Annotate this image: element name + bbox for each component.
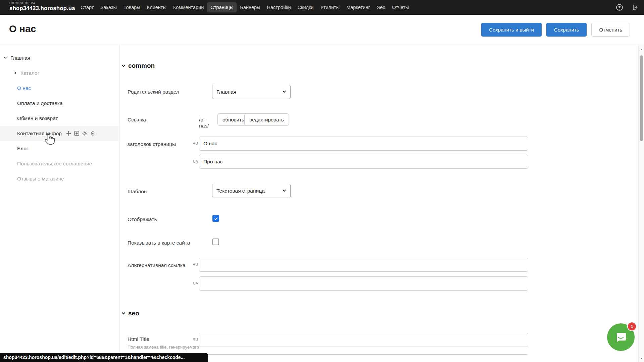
menu-item-seo[interactable]: Seo <box>374 2 389 12</box>
chevron-down-icon <box>282 89 286 95</box>
sitemap-label: Показывать в карте сайта <box>128 240 190 246</box>
page-edit-form: common Родительский раздел Главная Ссылк… <box>119 45 638 362</box>
tree-item-label: Контактная инфор <box>17 131 62 137</box>
scrollbar-thumb[interactable] <box>640 55 643 141</box>
html-title-ru-input[interactable] <box>199 333 528 347</box>
menu-item-banners[interactable]: Баннеры <box>237 2 263 12</box>
shop-domain-label: shop34423.horoshop.ua <box>9 5 75 12</box>
tree-item-polzovatelskoe-soglashenie[interactable]: Пользовательское соглашение <box>0 156 119 171</box>
section-common-label: common <box>128 62 155 69</box>
section-common-header[interactable]: common <box>121 62 155 69</box>
menu-item-settings[interactable]: Настройки <box>263 2 294 12</box>
account-icon[interactable] <box>616 4 623 11</box>
save-and-exit-button[interactable]: Сохранить и выйти <box>481 23 542 37</box>
chevron-down-icon <box>121 64 126 68</box>
shop-logo[interactable]: HOROSHOP V4 shop34423.horoshop.ua <box>9 1 75 12</box>
lang-badge-ua: UA <box>191 159 198 163</box>
lang-badge-ru: RU <box>191 141 198 145</box>
pages-tree-sidebar: Главная Каталог О нас Оплата и доставка … <box>0 45 119 362</box>
section-seo-label: seo <box>128 310 139 317</box>
tree-item-label: Отзывы о магазине <box>17 176 64 182</box>
top-navbar: HOROSHOP V4 shop34423.horoshop.ua Старт … <box>0 0 644 15</box>
navbar-right-icons <box>616 0 639 15</box>
template-label: Шаблон <box>128 189 147 195</box>
tree-item-label: Обмен и возврат <box>17 115 58 121</box>
menu-item-start[interactable]: Старт <box>77 2 97 12</box>
tree-item-glavnaya[interactable]: Главная <box>0 50 119 65</box>
chevron-down-icon <box>282 188 286 194</box>
scroll-up-arrow[interactable]: ▲ <box>639 47 644 52</box>
menu-item-discounts[interactable]: Скидки <box>294 2 317 12</box>
menu-item-pages[interactable]: Страницы <box>207 2 237 12</box>
menu-item-utilities[interactable]: Утилиты <box>317 2 343 12</box>
link-edit-button[interactable]: редактировать <box>244 113 289 126</box>
menu-item-reports[interactable]: Отчеты <box>389 2 412 12</box>
display-checkbox[interactable] <box>212 215 219 222</box>
delete-icon[interactable] <box>90 131 96 136</box>
page-title-ua-input[interactable] <box>199 155 528 169</box>
html-title-ua-input[interactable] <box>199 354 528 362</box>
horoshop-admin-screen: HOROSHOP V4 shop34423.horoshop.ua Старт … <box>0 0 644 362</box>
header-buttons: Сохранить и выйти Сохранить Отменить <box>481 23 630 37</box>
html-title-sublabel: Полная замена title, генерируемого <box>128 345 199 350</box>
section-seo-header[interactable]: seo <box>121 310 139 317</box>
chevron-down-icon <box>121 311 126 315</box>
tree-item-label: О нас <box>17 85 31 91</box>
alt-link-ua-input[interactable] <box>199 276 528 291</box>
link-preview-statusbar: shop34423.horoshop.ua/edit/edit.php?id=6… <box>0 353 208 362</box>
save-button[interactable]: Сохранить <box>546 23 587 37</box>
tree-item-actions <box>66 131 96 136</box>
parent-section-select[interactable]: Главная <box>212 85 291 99</box>
menu-item-orders[interactable]: Заказы <box>97 2 120 12</box>
menu-item-products[interactable]: Товары <box>120 2 144 12</box>
alt-link-ru-input[interactable] <box>199 258 528 272</box>
move-icon[interactable] <box>66 131 71 136</box>
add-icon[interactable] <box>74 131 80 136</box>
parent-section-value: Главная <box>216 89 236 95</box>
tree-item-kontaktnaya-infor[interactable]: Контактная инфор <box>0 126 119 141</box>
tree-item-katalog[interactable]: Каталог <box>0 65 119 81</box>
chevron-down-icon[interactable] <box>3 56 7 60</box>
tree-item-label: Пользовательское соглашение <box>17 161 92 167</box>
logo-version-label: HOROSHOP V4 <box>9 1 75 5</box>
main-menu: Старт Заказы Товары Клиенты Комментарии … <box>77 0 412 15</box>
menu-item-comments[interactable]: Комментарии <box>170 2 207 12</box>
page-title: О нас <box>9 23 36 35</box>
settings-icon[interactable] <box>82 131 88 136</box>
menu-item-clients[interactable]: Клиенты <box>144 2 170 12</box>
check-icon <box>214 216 218 221</box>
page-header: О нас Сохранить и выйти Сохранить Отмени… <box>0 15 644 45</box>
tree-item-o-nas[interactable]: О нас <box>0 81 119 96</box>
menu-item-marketing[interactable]: Маркетинг <box>343 2 374 12</box>
tree-item-label: Каталог <box>20 70 39 76</box>
tree-item-label: Главная <box>10 55 30 61</box>
tree-item-obmen-i-vozvrat[interactable]: Обмен и возврат <box>0 111 119 126</box>
chat-unread-badge: 1 <box>627 322 637 331</box>
tree-item-label: Оплата и доставка <box>17 100 63 106</box>
page-title-ru-input[interactable] <box>199 137 528 151</box>
tree-item-otzyvy-o-magazine[interactable]: Отзывы о магазине <box>0 171 119 186</box>
chevron-right-icon[interactable] <box>13 71 17 75</box>
lang-badge-ru: RU <box>191 262 198 266</box>
alt-link-label: Альтернативная ссылка <box>128 262 186 268</box>
tree-item-blog[interactable]: Блог <box>0 141 119 156</box>
tree-item-label: Блог <box>17 146 29 152</box>
cancel-button[interactable]: Отменить <box>591 23 630 37</box>
lang-badge-ru: RU <box>191 338 198 342</box>
page-title-field-label: заголовок страницы <box>128 141 176 147</box>
html-title-label: Html Title <box>128 336 149 342</box>
tree-item-oplata-i-dostavka[interactable]: Оплата и доставка <box>0 96 119 111</box>
display-label: Отображать <box>128 216 157 222</box>
vertical-scrollbar[interactable]: ▲ ▼ <box>638 45 644 362</box>
link-path-value: /o-nas/ <box>199 117 215 129</box>
chat-bubble-icon <box>614 330 628 344</box>
link-label: Ссылка <box>128 117 146 123</box>
sitemap-checkbox[interactable] <box>212 239 219 245</box>
template-select[interactable]: Текстовая страница <box>212 184 291 198</box>
logout-icon[interactable] <box>631 4 639 11</box>
parent-section-label: Родительский раздел <box>128 89 179 95</box>
template-value: Текстовая страница <box>216 188 265 194</box>
scroll-down-arrow[interactable]: ▼ <box>639 356 644 361</box>
lang-badge-ua: UA <box>191 281 198 285</box>
